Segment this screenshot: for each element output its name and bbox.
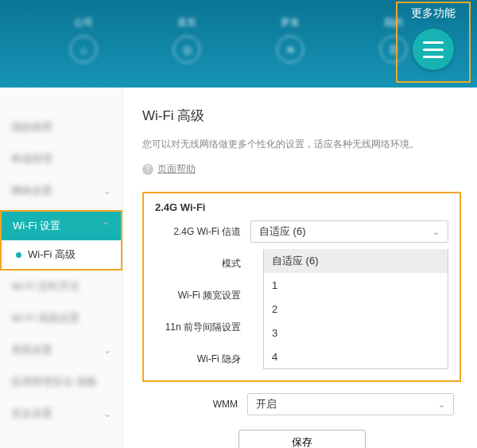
sidebar-item[interactable]: 我的推荐 — [0, 111, 122, 143]
body-wrap: 我的推荐 终端管理 网络设置⌄ Wi-Fi 设置 Wi-Fi 高级 Wi-Fi … — [0, 88, 477, 448]
sidebar-item-wifi-settings[interactable]: Wi-Fi 设置 — [2, 212, 121, 240]
sidebar-subitem-wifi-advanced[interactable]: Wi-Fi 高级 — [2, 240, 121, 269]
dropdown-option[interactable]: 2 — [264, 297, 448, 321]
sidebar-item[interactable]: Wi-Fi 高级设置 — [0, 302, 122, 334]
more-label: 更多功能 — [411, 6, 456, 21]
channel-dropdown: 自适应 (6) 1 2 3 4 — [263, 249, 448, 369]
dropdown-option[interactable]: 4 — [264, 345, 448, 368]
wifi-settings-highlight: Wi-Fi 设置 Wi-Fi 高级 — [0, 210, 122, 271]
nav-item-2[interactable]: 首页◎ — [173, 16, 200, 63]
sidebar-item[interactable]: 系统设置⌄ — [0, 334, 122, 366]
chevron-down-icon: ⌄ — [103, 408, 111, 419]
sidebar-item[interactable]: 网络设置⌄ — [0, 175, 122, 207]
dropdown-option[interactable]: 自适应 (6) — [264, 249, 448, 273]
row-wmm: WMM 开启⌄ — [153, 393, 461, 415]
sidebar-item[interactable]: 应用管理安全·策略 — [0, 366, 122, 398]
question-icon: ? — [142, 164, 153, 175]
chevron-up-icon — [102, 220, 110, 232]
sidebar-item[interactable]: Wi-Fi 定时开关 — [0, 271, 122, 302]
top-header: 公司⌂ 首页◎ 罗名≋ 我的☰ 更多功能 — [0, 0, 477, 88]
more-functions-highlight: 更多功能 — [396, 2, 471, 83]
sidebar-item[interactable]: 终端管理 — [0, 143, 122, 175]
nav-item-1[interactable]: 公司⌂ — [70, 16, 97, 63]
wifi-24g-section-highlight: 2.4G Wi-Fi 2.4G Wi-Fi 信道 自适应 (6)⌄ 自适应 (6… — [142, 192, 461, 382]
nav-item-3[interactable]: 罗名≋ — [277, 16, 304, 63]
target-icon: ◎ — [173, 36, 200, 63]
save-button[interactable]: 保存 — [238, 430, 366, 448]
chevron-down-icon: ⌄ — [103, 345, 111, 356]
chevron-down-icon: ⌄ — [438, 399, 445, 410]
hamburger-icon[interactable] — [413, 29, 454, 70]
main-content: Wi-Fi 高级 您可以对无线网络做更多个性化的设置，适应各种无线网络环境。 ?… — [123, 88, 477, 448]
row-channel: 2.4G Wi-Fi 信道 自适应 (6)⌄ — [155, 221, 448, 242]
sidebar: 我的推荐 终端管理 网络设置⌄ Wi-Fi 设置 Wi-Fi 高级 Wi-Fi … — [0, 88, 123, 448]
dropdown-option[interactable]: 1 — [264, 273, 448, 297]
sidebar-item[interactable]: 安全设置⌄ — [0, 398, 122, 430]
page-description: 您可以对无线网络做更多个性化的设置，适应各种无线网络环境。 — [142, 138, 461, 151]
chevron-down-icon: ⌄ — [432, 227, 440, 237]
chevron-down-icon: ⌄ — [103, 185, 111, 197]
home-icon: ⌂ — [70, 36, 97, 63]
wifi-icon: ≋ — [277, 36, 304, 63]
wmm-select[interactable]: 开启⌄ — [247, 393, 454, 415]
page-help[interactable]: ?页面帮助 — [142, 162, 461, 176]
section-title-24g: 2.4G Wi-Fi — [155, 201, 448, 213]
active-dot-icon — [16, 252, 21, 258]
channel-select[interactable]: 自适应 (6)⌄ — [250, 220, 448, 243]
dropdown-option[interactable]: 3 — [264, 321, 448, 345]
page-title: Wi-Fi 高级 — [142, 107, 461, 125]
